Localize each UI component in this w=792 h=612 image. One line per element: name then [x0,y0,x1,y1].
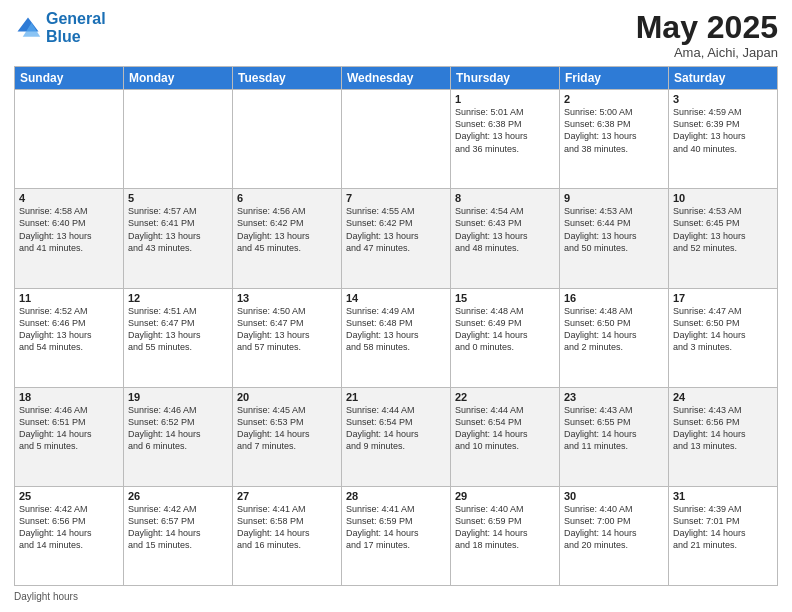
day-header-tuesday: Tuesday [233,67,342,90]
day-number: 18 [19,391,119,403]
day-info: Sunrise: 4:55 AM Sunset: 6:42 PM Dayligh… [346,205,446,254]
day-number: 1 [455,93,555,105]
day-info: Sunrise: 4:45 AM Sunset: 6:53 PM Dayligh… [237,404,337,453]
day-header-sunday: Sunday [15,67,124,90]
day-number: 22 [455,391,555,403]
calendar-cell [233,90,342,189]
calendar-body: 1Sunrise: 5:01 AM Sunset: 6:38 PM Daylig… [15,90,778,586]
day-number: 27 [237,490,337,502]
day-info: Sunrise: 4:39 AM Sunset: 7:01 PM Dayligh… [673,503,773,552]
day-number: 15 [455,292,555,304]
calendar-cell: 27Sunrise: 4:41 AM Sunset: 6:58 PM Dayli… [233,486,342,585]
calendar-cell [124,90,233,189]
day-number: 19 [128,391,228,403]
calendar-cell: 10Sunrise: 4:53 AM Sunset: 6:45 PM Dayli… [669,189,778,288]
calendar-cell: 8Sunrise: 4:54 AM Sunset: 6:43 PM Daylig… [451,189,560,288]
day-info: Sunrise: 4:46 AM Sunset: 6:51 PM Dayligh… [19,404,119,453]
calendar-cell: 23Sunrise: 4:43 AM Sunset: 6:55 PM Dayli… [560,387,669,486]
day-info: Sunrise: 4:42 AM Sunset: 6:56 PM Dayligh… [19,503,119,552]
day-number: 31 [673,490,773,502]
day-info: Sunrise: 4:53 AM Sunset: 6:45 PM Dayligh… [673,205,773,254]
day-header-wednesday: Wednesday [342,67,451,90]
day-number: 23 [564,391,664,403]
calendar-cell: 3Sunrise: 4:59 AM Sunset: 6:39 PM Daylig… [669,90,778,189]
calendar-cell: 5Sunrise: 4:57 AM Sunset: 6:41 PM Daylig… [124,189,233,288]
calendar-header: SundayMondayTuesdayWednesdayThursdayFrid… [15,67,778,90]
calendar-cell: 16Sunrise: 4:48 AM Sunset: 6:50 PM Dayli… [560,288,669,387]
day-number: 3 [673,93,773,105]
week-row-3: 11Sunrise: 4:52 AM Sunset: 6:46 PM Dayli… [15,288,778,387]
day-info: Sunrise: 4:56 AM Sunset: 6:42 PM Dayligh… [237,205,337,254]
logo-line1: General [46,10,106,28]
day-info: Sunrise: 4:42 AM Sunset: 6:57 PM Dayligh… [128,503,228,552]
calendar-cell: 17Sunrise: 4:47 AM Sunset: 6:50 PM Dayli… [669,288,778,387]
day-number: 4 [19,192,119,204]
week-row-4: 18Sunrise: 4:46 AM Sunset: 6:51 PM Dayli… [15,387,778,486]
day-number: 26 [128,490,228,502]
day-number: 16 [564,292,664,304]
day-info: Sunrise: 4:46 AM Sunset: 6:52 PM Dayligh… [128,404,228,453]
day-info: Sunrise: 4:43 AM Sunset: 6:56 PM Dayligh… [673,404,773,453]
day-info: Sunrise: 4:41 AM Sunset: 6:59 PM Dayligh… [346,503,446,552]
calendar-cell: 9Sunrise: 4:53 AM Sunset: 6:44 PM Daylig… [560,189,669,288]
day-info: Sunrise: 4:52 AM Sunset: 6:46 PM Dayligh… [19,305,119,354]
day-number: 10 [673,192,773,204]
day-info: Sunrise: 4:44 AM Sunset: 6:54 PM Dayligh… [455,404,555,453]
calendar-cell [342,90,451,189]
day-number: 24 [673,391,773,403]
day-number: 17 [673,292,773,304]
day-number: 6 [237,192,337,204]
day-number: 30 [564,490,664,502]
day-number: 9 [564,192,664,204]
calendar-cell: 13Sunrise: 4:50 AM Sunset: 6:47 PM Dayli… [233,288,342,387]
calendar-cell: 11Sunrise: 4:52 AM Sunset: 6:46 PM Dayli… [15,288,124,387]
week-row-2: 4Sunrise: 4:58 AM Sunset: 6:40 PM Daylig… [15,189,778,288]
title-block: May 2025 Ama, Aichi, Japan [636,10,778,60]
calendar-cell: 31Sunrise: 4:39 AM Sunset: 7:01 PM Dayli… [669,486,778,585]
day-number: 14 [346,292,446,304]
day-info: Sunrise: 4:54 AM Sunset: 6:43 PM Dayligh… [455,205,555,254]
logo-line2: Blue [46,28,106,46]
day-number: 5 [128,192,228,204]
day-info: Sunrise: 4:50 AM Sunset: 6:47 PM Dayligh… [237,305,337,354]
day-info: Sunrise: 4:53 AM Sunset: 6:44 PM Dayligh… [564,205,664,254]
day-header-friday: Friday [560,67,669,90]
calendar-cell: 14Sunrise: 4:49 AM Sunset: 6:48 PM Dayli… [342,288,451,387]
calendar-cell: 2Sunrise: 5:00 AM Sunset: 6:38 PM Daylig… [560,90,669,189]
day-info: Sunrise: 4:51 AM Sunset: 6:47 PM Dayligh… [128,305,228,354]
calendar-cell: 6Sunrise: 4:56 AM Sunset: 6:42 PM Daylig… [233,189,342,288]
day-info: Sunrise: 4:40 AM Sunset: 7:00 PM Dayligh… [564,503,664,552]
day-info: Sunrise: 4:49 AM Sunset: 6:48 PM Dayligh… [346,305,446,354]
day-number: 28 [346,490,446,502]
day-number: 7 [346,192,446,204]
day-info: Sunrise: 4:40 AM Sunset: 6:59 PM Dayligh… [455,503,555,552]
day-header-saturday: Saturday [669,67,778,90]
day-info: Sunrise: 4:59 AM Sunset: 6:39 PM Dayligh… [673,106,773,155]
calendar-cell: 21Sunrise: 4:44 AM Sunset: 6:54 PM Dayli… [342,387,451,486]
day-info: Sunrise: 4:58 AM Sunset: 6:40 PM Dayligh… [19,205,119,254]
day-info: Sunrise: 4:43 AM Sunset: 6:55 PM Dayligh… [564,404,664,453]
day-number: 20 [237,391,337,403]
calendar-cell: 12Sunrise: 4:51 AM Sunset: 6:47 PM Dayli… [124,288,233,387]
day-info: Sunrise: 4:47 AM Sunset: 6:50 PM Dayligh… [673,305,773,354]
calendar-cell: 18Sunrise: 4:46 AM Sunset: 6:51 PM Dayli… [15,387,124,486]
calendar-cell: 15Sunrise: 4:48 AM Sunset: 6:49 PM Dayli… [451,288,560,387]
day-number: 21 [346,391,446,403]
day-info: Sunrise: 4:48 AM Sunset: 6:50 PM Dayligh… [564,305,664,354]
day-number: 29 [455,490,555,502]
calendar-cell: 22Sunrise: 4:44 AM Sunset: 6:54 PM Dayli… [451,387,560,486]
week-row-5: 25Sunrise: 4:42 AM Sunset: 6:56 PM Dayli… [15,486,778,585]
day-number: 12 [128,292,228,304]
logo: General Blue [14,10,106,45]
day-number: 11 [19,292,119,304]
page: General Blue May 2025 Ama, Aichi, Japan … [0,0,792,612]
calendar-cell: 26Sunrise: 4:42 AM Sunset: 6:57 PM Dayli… [124,486,233,585]
day-info: Sunrise: 4:48 AM Sunset: 6:49 PM Dayligh… [455,305,555,354]
day-header-monday: Monday [124,67,233,90]
day-number: 2 [564,93,664,105]
calendar-cell: 20Sunrise: 4:45 AM Sunset: 6:53 PM Dayli… [233,387,342,486]
main-title: May 2025 [636,10,778,45]
header: General Blue May 2025 Ama, Aichi, Japan [14,10,778,60]
day-number: 8 [455,192,555,204]
day-info: Sunrise: 4:41 AM Sunset: 6:58 PM Dayligh… [237,503,337,552]
